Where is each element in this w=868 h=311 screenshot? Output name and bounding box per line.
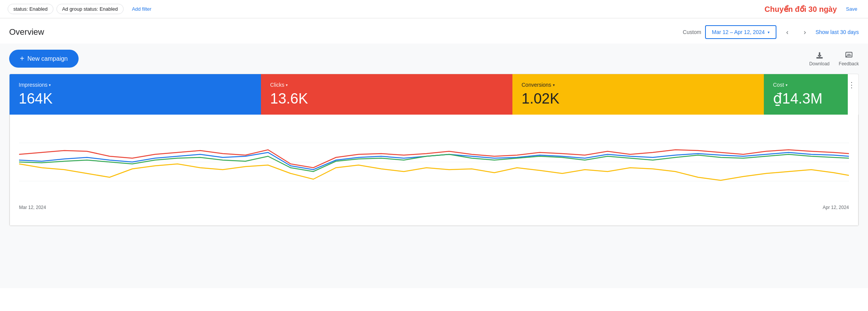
- chart-end-date: Apr 12, 2024: [823, 205, 849, 210]
- save-button[interactable]: Save: [843, 5, 860, 13]
- show-last-30-button[interactable]: Show last 30 days: [815, 29, 859, 35]
- chart-dates: Mar 12, 2024 Apr 12, 2024: [19, 202, 849, 210]
- stat-clicks: Clicks ▾ 13.6K: [261, 74, 512, 115]
- filter-bar: status: Enabled Ad group status: Enabled…: [0, 0, 868, 18]
- date-prev-button[interactable]: ‹: [780, 25, 794, 39]
- impressions-label: Impressions ▾: [19, 82, 252, 88]
- chart-container: Mar 12, 2024 Apr 12, 2024: [10, 115, 858, 226]
- feedback-button[interactable]: Feedback: [839, 51, 859, 66]
- top-right-area: Chuyển đổi 30 ngày Save: [765, 5, 860, 14]
- action-bar: + New campaign Download Feedback: [9, 50, 859, 68]
- download-icon: [815, 51, 824, 60]
- clicks-dropdown-icon[interactable]: ▾: [286, 83, 288, 87]
- date-dropdown-arrow-icon: ▾: [768, 30, 770, 34]
- action-right: Download Feedback: [809, 51, 859, 66]
- stat-cost: Cost ▾ ₫14.3M: [764, 74, 848, 115]
- impressions-value: 164K: [19, 91, 252, 107]
- new-campaign-button[interactable]: + New campaign: [9, 50, 79, 68]
- conversions-label: Conversions ▾: [522, 82, 755, 88]
- download-label: Download: [809, 61, 829, 66]
- chuyen-doi-label: Chuyển đổi 30 ngày: [765, 5, 837, 14]
- cost-dropdown-icon[interactable]: ▾: [786, 83, 787, 87]
- download-button[interactable]: Download: [809, 51, 829, 66]
- clicks-value: 13.6K: [270, 91, 503, 107]
- overview-title: Overview: [9, 27, 44, 37]
- date-picker-button[interactable]: Mar 12 – Apr 12, 2024 ▾: [705, 25, 777, 39]
- stat-conversions: Conversions ▾ 1.02K: [512, 74, 764, 115]
- stat-impressions: Impressions ▾ 164K: [10, 74, 261, 115]
- date-controls: Custom Mar 12 – Apr 12, 2024 ▾ ‹ › Show …: [683, 25, 859, 39]
- cost-value: ₫14.3M: [773, 91, 839, 107]
- more-vert-icon: ⋮: [848, 80, 855, 89]
- custom-label: Custom: [683, 29, 701, 35]
- date-range-text: Mar 12 – Apr 12, 2024: [712, 29, 765, 35]
- filter-chip-adgroup[interactable]: Ad group status: Enabled: [56, 4, 124, 14]
- new-campaign-label: New campaign: [27, 55, 68, 62]
- filter-chip-status[interactable]: status: Enabled: [8, 4, 53, 14]
- cost-label: Cost ▾: [773, 82, 839, 88]
- main-content: MTA.edu.vn Marketing Target Audience + N…: [0, 44, 868, 288]
- overview-header: Overview Custom Mar 12 – Apr 12, 2024 ▾ …: [0, 18, 868, 44]
- feedback-icon: [845, 51, 853, 60]
- conversions-dropdown-icon[interactable]: ▾: [553, 83, 555, 87]
- stats-row: Impressions ▾ 164K Clicks ▾ 13.6K Conver…: [10, 74, 858, 115]
- clicks-label: Clicks ▾: [270, 82, 503, 88]
- chart-start-date: Mar 12, 2024: [19, 205, 46, 210]
- feedback-label: Feedback: [839, 61, 859, 66]
- add-filter-button[interactable]: Add filter: [127, 4, 157, 14]
- plus-icon: +: [20, 54, 24, 63]
- line-chart: [19, 124, 849, 200]
- more-options-button[interactable]: ⋮: [848, 74, 858, 115]
- conversions-value: 1.02K: [522, 91, 755, 107]
- impressions-dropdown-icon[interactable]: ▾: [49, 83, 51, 87]
- date-next-button[interactable]: ›: [798, 25, 812, 39]
